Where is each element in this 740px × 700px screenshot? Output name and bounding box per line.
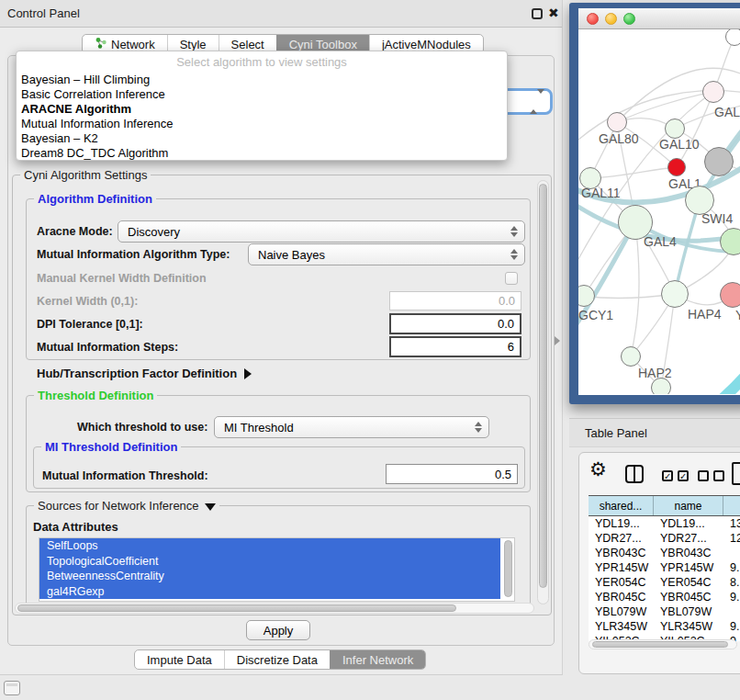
algorithm-option-bayesian-k2[interactable]: Bayesian – K2 — [19, 131, 504, 146]
table-document-icon[interactable] — [732, 462, 740, 485]
table-row[interactable]: YDL19...YDL19...13 — [589, 516, 740, 531]
network-node-hap4[interactable] — [661, 280, 689, 308]
column-header-cut[interactable] — [723, 496, 740, 515]
select-all-checked-icon[interactable]: ✓ — [678, 470, 689, 481]
network-node[interactable] — [725, 29, 740, 46]
mi-steps-value: 6 — [508, 340, 514, 354]
split-columns-icon[interactable] — [625, 465, 644, 483]
network-window-titlebar — [578, 8, 740, 29]
list-scrollbar-thumb[interactable] — [504, 540, 512, 597]
mi-threshold-value: 0.5 — [495, 468, 511, 481]
network-node-gal80[interactable] — [607, 112, 627, 132]
mi-algorithm-type-select[interactable]: Naive Bayes — [248, 243, 525, 265]
splitter-collapse-arrow[interactable] — [555, 336, 560, 345]
float-window-icon[interactable] — [532, 8, 543, 19]
settings-vertical-scrollbar[interactable] — [537, 180, 549, 604]
network-node-gal10[interactable] — [665, 119, 685, 139]
dropdown-placeholder: Select algorithm to view settings — [17, 55, 507, 69]
table-cell: YPR145W — [589, 561, 654, 574]
aracne-mode-select[interactable]: Discovery — [118, 220, 525, 243]
aracne-mode-label: Aracne Mode: — [37, 225, 113, 238]
dpi-tolerance-input[interactable]: 0.0 — [389, 313, 521, 334]
algorithm-option-bayesian-hill-climbing[interactable]: Bayesian – Hill Climbing — [19, 73, 504, 87]
expand-arrow-icon — [244, 368, 252, 379]
kernel-width-value: 0.0 — [499, 294, 515, 308]
tab-label: Style — [180, 38, 207, 51]
mi-steps-input[interactable]: 6 — [389, 336, 521, 357]
table-row[interactable]: YER054CYER054C8. — [589, 575, 740, 590]
manual-kernel-width-label: Manual Kernel Width Definition — [37, 272, 207, 285]
apply-button[interactable]: Apply — [246, 620, 310, 640]
attribute-item-betweennesscentrality[interactable]: BetweennessCentrality — [39, 569, 500, 584]
tab-impute-data[interactable]: Impute Data — [135, 650, 224, 669]
node-label-hap4: HAP4 — [688, 307, 722, 322]
algorithm-option-mutual-information-inference[interactable]: Mutual Information Inference — [19, 117, 504, 131]
table-row[interactable]: YBR045CYBR045C9. — [589, 590, 740, 604]
algorithm-option-aracne-algorithm[interactable]: ARACNE Algorithm — [19, 102, 504, 117]
which-threshold-select[interactable]: MI Threshold — [214, 416, 489, 438]
tab-label: Discretize Data — [237, 653, 318, 667]
table-row[interactable]: YPR145WYPR145W9. — [589, 560, 740, 575]
table-horizontal-scrollbar[interactable] — [589, 639, 737, 649]
network-icon — [95, 37, 107, 51]
sources-title[interactable]: Sources for Network Inference — [34, 499, 219, 513]
attribute-item-selfloops[interactable]: SelfLoops — [39, 538, 500, 554]
algorithm-option-dream8-dc-tdc-algorithm[interactable]: Dream8 DC_TDC Algorithm — [19, 146, 504, 161]
algorithm-option-basic-correlation-inference[interactable]: Basic Correlation Inference — [19, 87, 504, 102]
kernel-width-input[interactable]: 0.0 — [389, 291, 521, 310]
control-panel: Control Panel ✖ NetworkStyleSelectCyni T… — [0, 0, 563, 675]
zoom-traffic-light-icon[interactable] — [623, 13, 635, 25]
tab-discretize-data[interactable]: Discretize Data — [224, 650, 330, 669]
algorithm-options-list: Bayesian – Hill ClimbingBasic Correlatio… — [19, 73, 504, 161]
network-node[interactable] — [651, 378, 671, 394]
group-title: Cyni Algorithm Settings — [20, 168, 151, 182]
node-label-gal11: GAL11 — [581, 186, 621, 200]
settings-gear-icon[interactable]: ⚙ — [589, 458, 607, 480]
column-header-shared[interactable]: shared... — [589, 496, 654, 515]
network-view-window[interactable]: GALGAL80GAL10GAL1GAL11SWI4GAL4GCY1HAP4YH… — [569, 3, 740, 404]
mi-threshold-input[interactable]: 0.5 — [386, 464, 518, 484]
node-label-gal80: GAL80 — [599, 131, 639, 146]
table-row[interactable]: YDR27...YDR27...12 — [589, 531, 740, 546]
table-cell: YBR043C — [589, 547, 654, 559]
attribute-item-gal4rgexp[interactable]: gal4RGexp — [39, 584, 500, 600]
scrollbar-thumb[interactable] — [592, 641, 728, 648]
network-node-gal[interactable] — [702, 81, 724, 103]
select-none-unchecked-icon[interactable] — [713, 470, 724, 481]
minimized-panel-icon[interactable] — [4, 681, 20, 695]
attribute-items: SelfLoopsTopologicalCoefficientBetweenne… — [39, 538, 514, 599]
scrollbar-thumb[interactable] — [17, 604, 456, 612]
data-attributes-list[interactable]: SelfLoopsTopologicalCoefficientBetweenne… — [39, 537, 515, 602]
tab-label: Select — [231, 38, 264, 51]
table-row[interactable]: YLR345WYLR345W9. — [589, 619, 740, 634]
group-title: MI Threshold Definition — [41, 440, 181, 454]
attribute-item-topologicalcoefficient[interactable]: TopologicalCoefficient — [39, 554, 500, 570]
network-node-gal1[interactable] — [667, 158, 686, 176]
table-cell: YER054C — [654, 576, 723, 589]
table-panel-card: ⚙ ✓ ✓ shared...name YDL19...YDL19...13YD… — [578, 452, 740, 674]
select-all-checked-icon[interactable]: ✓ — [662, 470, 673, 481]
combobox-stepper-icon — [510, 249, 524, 260]
close-icon[interactable]: ✖ — [548, 6, 559, 20]
node-label-gal: GAL — [714, 105, 740, 119]
network-node[interactable] — [704, 147, 734, 176]
network-node[interactable] — [720, 228, 740, 255]
table-row[interactable]: YBL079WYBL079W — [589, 604, 740, 619]
settings-horizontal-scrollbar[interactable] — [15, 603, 534, 614]
network-node-hap2[interactable] — [621, 346, 641, 367]
tab-label: Cyni Toolbox — [289, 38, 357, 51]
close-traffic-light-icon[interactable] — [587, 13, 599, 25]
group-title: Threshold Definition — [34, 389, 157, 402]
network-canvas[interactable]: GALGAL80GAL10GAL1GAL11SWI4GAL4GCY1HAP4YH… — [578, 29, 740, 394]
scrollbar-thumb[interactable] — [539, 184, 547, 588]
table-row[interactable]: YBR043CYBR043C — [589, 546, 740, 560]
tab-infer-network[interactable]: Infer Network — [330, 650, 425, 669]
table-cell: 8. — [723, 576, 740, 589]
column-header-name[interactable]: name — [654, 496, 723, 515]
bottom-tabs: Impute DataDiscretize DataInfer Network — [134, 649, 426, 670]
select-none-unchecked-icon[interactable] — [698, 470, 709, 481]
minimize-traffic-light-icon[interactable] — [605, 13, 617, 25]
hub-section-toggle[interactable]: Hub/Transcription Factor Definition — [37, 367, 252, 380]
manual-kernel-width-checkbox[interactable] — [505, 272, 518, 285]
network-node-y[interactable] — [720, 282, 740, 308]
